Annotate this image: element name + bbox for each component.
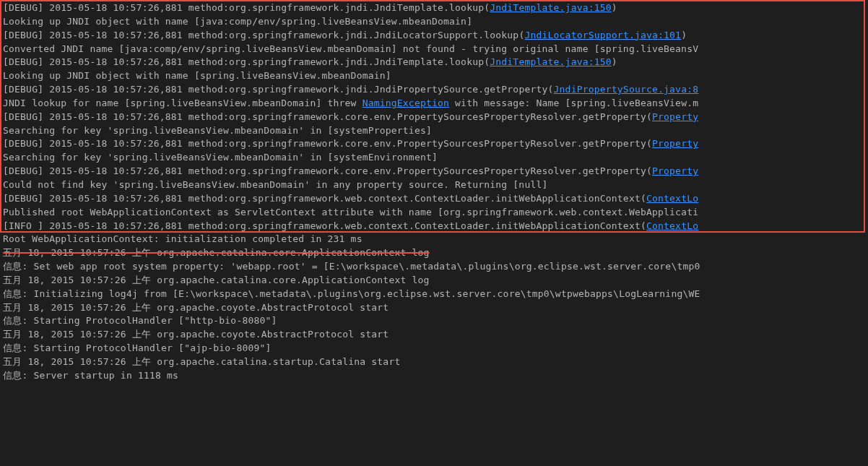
- log-level: INFO: [9, 220, 38, 231]
- log-lines-container[interactable]: [DEBUG] 2015-05-18 10:57:26,881 method:o…: [3, 1, 865, 383]
- log-line: Published root WebApplicationContext as …: [3, 206, 865, 220]
- log-line: 五月 18, 2015 10:57:26 上午 org.apache.catal…: [3, 355, 865, 369]
- log-line: JNDI lookup for name [spring.liveBeansVi…: [3, 97, 865, 111]
- log-line: 信息: Initializing log4j from [E:\workspac…: [3, 288, 865, 301]
- log-line: Looking up JNDI object with name [spring…: [3, 69, 865, 83]
- log-level: DEBUG: [9, 84, 38, 95]
- log-line: [DEBUG] 2015-05-18 10:57:26,881 method:o…: [3, 1, 865, 15]
- bracket-open: [: [3, 56, 9, 67]
- log-line: Could not find key 'spring.liveBeansView…: [3, 178, 865, 192]
- log-line: Looking up JNDI object with name [java:c…: [3, 15, 865, 29]
- log-line: [DEBUG] 2015-05-18 10:57:26,881 method:o…: [3, 192, 865, 206]
- log-level: DEBUG: [9, 2, 38, 13]
- log-line: 五月 18, 2015 10:57:26 上午 org.apache.catal…: [3, 246, 865, 260]
- log-line: Searching for key 'spring.liveBeansView.…: [3, 124, 865, 138]
- log-line: [DEBUG] 2015-05-18 10:57:26,881 method:o…: [3, 83, 865, 97]
- log-level: DEBUG: [9, 165, 38, 176]
- text-segment: JNDI lookup for name [spring.liveBeansVi…: [3, 98, 363, 108]
- log-line: 五月 18, 2015 10:57:26 上午 org.apache.catal…: [3, 274, 865, 288]
- paren-close: ): [612, 56, 617, 67]
- log-line: [DEBUG] 2015-05-18 10:57:26,881 method:o…: [3, 56, 865, 69]
- source-link[interactable]: ContextLo: [646, 193, 698, 204]
- bracket-open: [: [3, 138, 9, 149]
- source-link[interactable]: Property: [652, 111, 698, 122]
- log-level: DEBUG: [9, 56, 38, 67]
- log-line: [DEBUG] 2015-05-18 10:57:26,881 method:o…: [3, 111, 865, 124]
- source-link[interactable]: JndiTemplate.java:150: [490, 56, 612, 67]
- log-line: [DEBUG] 2015-05-18 10:57:26,881 method:o…: [3, 29, 865, 43]
- console-output: [DEBUG] 2015-05-18 10:57:26,881 method:o…: [0, 0, 868, 384]
- bracket-open: [: [3, 220, 9, 231]
- log-level: DEBUG: [9, 138, 38, 149]
- source-link[interactable]: JndiPropertySource.java:8: [554, 84, 699, 95]
- log-line: Converted JNDI name [java:comp/env/sprin…: [3, 43, 865, 56]
- log-body: ] 2015-05-18 10:57:26,881 method:org.spr…: [38, 111, 652, 122]
- struck-text: 五月 18, 2015 10:57:26 上午 org.apache.catal…: [3, 247, 430, 258]
- source-link[interactable]: Property: [652, 138, 698, 149]
- log-line: 信息: Starting ProtocolHandler ["http-bio-…: [3, 314, 865, 328]
- paren-close: ): [681, 30, 687, 40]
- log-body: ] 2015-05-18 10:57:26,881 method:org.spr…: [38, 56, 490, 67]
- log-body: ] 2015-05-18 10:57:26,881 method:org.spr…: [38, 30, 524, 40]
- log-level: DEBUG: [9, 30, 38, 40]
- log-line: 五月 18, 2015 10:57:26 上午 org.apache.coyot…: [3, 328, 865, 342]
- exception-link[interactable]: NamingException: [363, 98, 449, 108]
- bracket-open: [: [3, 2, 9, 13]
- log-body: ] 2015-05-18 10:57:26,881 method:org.spr…: [38, 165, 652, 176]
- bracket-open: [: [3, 30, 9, 40]
- log-line: 五月 18, 2015 10:57:26 上午 org.apache.coyot…: [3, 301, 865, 315]
- source-link[interactable]: ContextLo: [646, 220, 698, 231]
- bracket-open: [: [3, 165, 9, 176]
- source-link[interactable]: JndiTemplate.java:150: [490, 2, 612, 13]
- log-line: Searching for key 'spring.liveBeansView.…: [3, 151, 865, 165]
- log-body: ] 2015-05-18 10:57:26,881 method:org.spr…: [38, 84, 553, 95]
- log-body: ] 2015-05-18 10:57:26,881 method:org.spr…: [38, 2, 490, 13]
- bracket-open: [: [3, 193, 9, 204]
- log-line: 信息: Starting ProtocolHandler ["ajp-bio-8…: [3, 342, 865, 355]
- log-body: ] 2015-05-18 10:57:26,881 method:org.spr…: [38, 138, 652, 149]
- log-line: 信息: Server startup in 1118 ms: [3, 369, 865, 383]
- paren-close: ): [612, 2, 617, 13]
- source-link[interactable]: Property: [652, 165, 698, 176]
- log-line: 信息: Set web app root system property: 'w…: [3, 260, 865, 274]
- log-line: Root WebApplicationContext: initializati…: [3, 233, 865, 246]
- log-line: [INFO ] 2015-05-18 10:57:26,881 method:o…: [3, 220, 865, 233]
- bracket-open: [: [3, 84, 9, 95]
- log-body: ] 2015-05-18 10:57:26,881 method:org.spr…: [38, 193, 646, 204]
- log-line: [DEBUG] 2015-05-18 10:57:26,881 method:o…: [3, 165, 865, 178]
- text-segment: with message: Name [spring.liveBeansView…: [449, 98, 698, 108]
- log-line: [DEBUG] 2015-05-18 10:57:26,881 method:o…: [3, 137, 865, 151]
- source-link[interactable]: JndiLocatorSupport.java:101: [524, 30, 681, 40]
- log-level: DEBUG: [9, 193, 38, 204]
- log-body: ] 2015-05-18 10:57:26,881 method:org.spr…: [38, 220, 646, 231]
- bracket-open: [: [3, 111, 9, 122]
- log-level: DEBUG: [9, 111, 38, 122]
